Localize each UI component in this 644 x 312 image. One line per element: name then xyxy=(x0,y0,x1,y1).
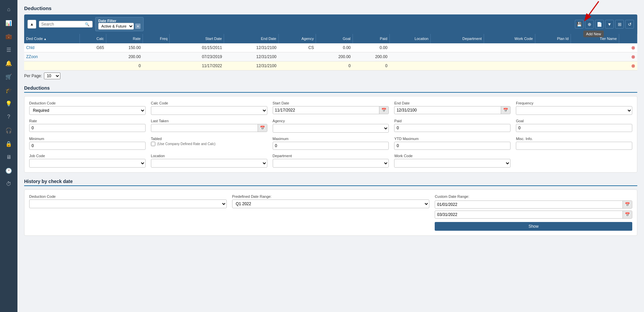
table-cell[interactable]: ZZoon xyxy=(24,52,79,61)
misc-info-input[interactable] xyxy=(516,142,632,150)
back-button[interactable]: ▲ xyxy=(28,20,36,29)
remove-row-button[interactable]: ⊗ xyxy=(631,63,635,69)
col-rate[interactable]: Rate xyxy=(106,34,143,43)
deduction-code-select[interactable]: Required Chld ZZoon xyxy=(29,106,146,115)
start-date-field: Start Date 📅 xyxy=(273,101,389,115)
col-freq[interactable]: Freq xyxy=(143,34,170,43)
last-taken-input[interactable] xyxy=(151,124,258,132)
job-code-field: Job Code xyxy=(29,154,146,168)
table-cell: 11/17/2022 xyxy=(170,61,224,71)
goal-input[interactable] xyxy=(516,124,632,132)
show-button[interactable]: Show xyxy=(435,222,632,231)
agency-field: Agency xyxy=(273,119,389,133)
tabled-checkbox[interactable] xyxy=(151,142,155,146)
col-department[interactable]: Department xyxy=(431,34,484,43)
bulb-icon[interactable]: 💡 xyxy=(3,97,15,109)
save-icon-button[interactable]: 💾 xyxy=(575,20,584,29)
col-work-code[interactable]: Work Code xyxy=(484,34,535,43)
rate-input[interactable] xyxy=(29,124,146,132)
custom-end-cal-button[interactable]: 📅 xyxy=(623,211,632,218)
custom-end-date-input[interactable] xyxy=(435,211,623,218)
predefined-range-select[interactable]: Q1 2022 Q2 2022 Q3 2022 Q4 2022 xyxy=(232,199,430,208)
bell-icon[interactable]: 🔔 xyxy=(3,57,15,69)
work-code-select[interactable] xyxy=(394,159,511,168)
table-cell: 0 xyxy=(353,61,390,71)
table-row: ZZoon200.0007/23/201912/31/2100200.00200… xyxy=(24,52,637,61)
table-row: 011/17/202212/31/210000⊗ xyxy=(24,61,637,71)
history-deduction-code-select[interactable] xyxy=(29,199,227,208)
refresh-icon-button[interactable]: ↺ xyxy=(625,20,634,29)
col-paid[interactable]: Paid xyxy=(353,34,390,43)
job-code-select[interactable] xyxy=(29,159,146,168)
add-new-button[interactable]: ⊕ xyxy=(585,20,594,29)
date-filter-close-button[interactable]: ✕ xyxy=(135,24,141,29)
grid-icon-button[interactable]: ⊞ xyxy=(615,20,624,29)
remove-row-button[interactable]: ⊗ xyxy=(631,54,635,59)
department-select[interactable] xyxy=(273,159,389,168)
agency-select[interactable] xyxy=(273,124,389,133)
col-start-date[interactable]: Start Date xyxy=(170,34,224,43)
date-filter-select[interactable]: Active & Future All Past xyxy=(98,23,134,30)
remove-cell: ⊗ xyxy=(619,52,637,61)
main-content: Deductions ▲ 🔍 Date Filter Active & Futu… xyxy=(17,0,644,312)
start-date-cal-button[interactable]: 📅 xyxy=(379,106,388,114)
remove-row-button[interactable]: ⊗ xyxy=(631,45,635,50)
maximum-input[interactable] xyxy=(273,142,389,150)
list-icon[interactable]: ☰ xyxy=(3,44,15,56)
paid-label: Paid xyxy=(394,119,511,123)
col-plan-id[interactable]: Plan Id xyxy=(535,34,571,43)
end-date-field: End Date 📅 xyxy=(394,101,511,115)
col-calc[interactable]: Calc xyxy=(79,34,106,43)
minimum-input[interactable] xyxy=(29,142,146,150)
agency-label: Agency xyxy=(273,119,389,123)
table-cell xyxy=(143,61,170,71)
remove-cell: ⊗ xyxy=(619,43,637,52)
clock-icon[interactable]: 🕐 xyxy=(3,165,15,177)
export-icon-button[interactable]: 📄 xyxy=(595,20,604,29)
date-filter-label: Date Filter xyxy=(98,19,141,23)
table-cell: G65 xyxy=(79,43,106,52)
col-agency[interactable]: Agency xyxy=(278,34,316,43)
location-select[interactable] xyxy=(151,159,267,168)
lock-icon[interactable]: 🔒 xyxy=(3,138,15,150)
end-date-cal-button[interactable]: 📅 xyxy=(501,106,510,114)
table-cell xyxy=(278,52,316,61)
filter-icon-button[interactable]: ▼ xyxy=(605,20,614,29)
ytd-maximum-input[interactable] xyxy=(394,142,511,150)
history-icon[interactable]: ⏱ xyxy=(3,178,15,190)
paid-input[interactable] xyxy=(394,124,511,132)
basket-icon[interactable]: 🛒 xyxy=(3,71,15,83)
remove-cell: ⊗ xyxy=(619,61,637,71)
start-date-input[interactable] xyxy=(273,106,379,114)
frequency-select[interactable] xyxy=(516,106,632,115)
maximum-label: Maximum xyxy=(273,137,389,141)
chart-icon[interactable]: 📊 xyxy=(3,17,15,29)
col-goal[interactable]: Goal xyxy=(316,34,353,43)
end-date-input[interactable] xyxy=(394,106,501,114)
custom-start-date-input[interactable] xyxy=(435,201,623,208)
deductions-section-title: Deductions xyxy=(24,85,637,93)
col-ded-code[interactable]: Ded Code xyxy=(24,34,79,43)
calc-code-select[interactable] xyxy=(151,106,267,115)
table-cell: 01/15/2011 xyxy=(170,43,224,52)
misc-info-label: Misc. Info. xyxy=(516,137,632,141)
col-end-date[interactable]: End Date xyxy=(224,34,278,43)
briefcase-icon[interactable]: 💼 xyxy=(3,30,15,42)
table-cell[interactable] xyxy=(24,61,79,71)
job-code-label: Job Code xyxy=(29,154,146,158)
graduation-icon[interactable]: 🎓 xyxy=(3,84,15,96)
headset-icon[interactable]: 🎧 xyxy=(3,124,15,136)
start-date-label: Start Date xyxy=(273,101,389,105)
table-cell[interactable]: Chld xyxy=(24,43,79,52)
monitor-icon[interactable]: 🖥 xyxy=(3,151,15,163)
search-input[interactable] xyxy=(41,22,85,27)
last-taken-cal-button[interactable]: 📅 xyxy=(258,124,267,132)
table-cell: 0.00 xyxy=(353,43,390,52)
question-icon[interactable]: ? xyxy=(3,111,15,123)
table-cell xyxy=(484,52,535,61)
per-page-select[interactable]: 10 25 50 100 xyxy=(44,73,60,79)
home-icon[interactable]: ⌂ xyxy=(3,3,15,15)
custom-start-cal-button[interactable]: 📅 xyxy=(623,201,632,208)
table-cell xyxy=(535,43,571,52)
col-location[interactable]: Location xyxy=(389,34,431,43)
